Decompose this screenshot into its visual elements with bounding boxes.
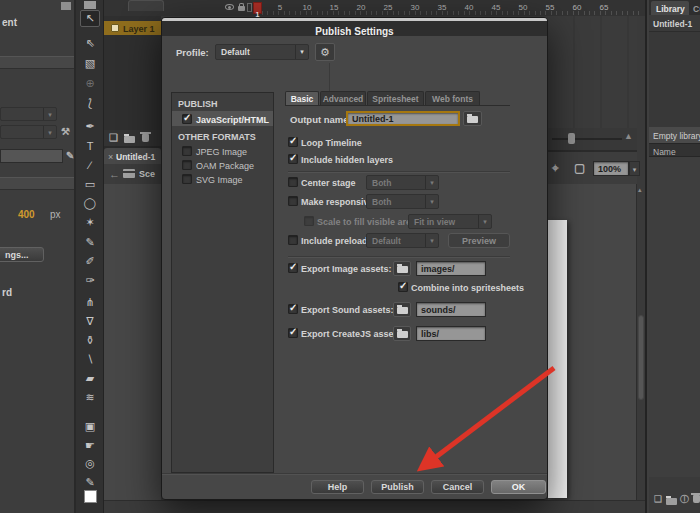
frame-view-icon[interactable]: ▲ <box>624 132 633 141</box>
make-responsive-dropdown[interactable]: Both▾ <box>366 194 439 209</box>
cancel-button[interactable]: Cancel <box>431 480 484 494</box>
wrench-icon[interactable]: ⚒ <box>61 127 70 137</box>
settings-button-partial[interactable]: ngs... <box>0 247 44 262</box>
item-properties-icon[interactable]: ⓘ <box>680 495 689 504</box>
delete-item-icon[interactable] <box>693 495 700 503</box>
publish-button[interactable]: Publish <box>371 480 424 494</box>
back-arrow-icon[interactable]: ← <box>109 169 120 180</box>
bone-tool[interactable]: ⋔ <box>76 297 104 308</box>
library-name-header[interactable]: Name <box>649 143 700 157</box>
image-assets-folder-button[interactable] <box>393 261 411 276</box>
output-folder-button[interactable] <box>463 111 482 126</box>
toolbar-collapse-button[interactable] <box>84 1 96 9</box>
export-sound-assets-checkbox[interactable]: ✓ <box>288 304 298 314</box>
pen-tool[interactable]: ✒ <box>76 121 104 132</box>
new-layer-icon[interactable]: ❏ <box>109 133 118 143</box>
createjs-assets-folder-button[interactable] <box>393 326 411 341</box>
javascript-html-checkbox[interactable]: ✓ <box>182 114 192 124</box>
help-button[interactable]: Help <box>311 480 364 494</box>
sound-assets-path-field[interactable]: sounds/ <box>416 302 486 317</box>
stage-size-value[interactable]: 400 <box>18 210 35 220</box>
center-stage-checkbox[interactable] <box>288 177 298 187</box>
close-tab-icon[interactable]: × <box>108 153 113 162</box>
tab-spritesheet[interactable]: Spritesheet <box>367 91 424 105</box>
eraser-tool[interactable]: ▰ <box>76 373 104 384</box>
scale-to-fill-dropdown[interactable]: Fit in view▾ <box>408 214 492 229</box>
preloader-dropdown[interactable]: Default▾ <box>366 233 439 248</box>
playhead-frame-indicator[interactable]: 1 <box>253 2 262 14</box>
center-stage-label[interactable]: Center stage <box>301 179 356 188</box>
properties-dropdown[interactable]: ▾ <box>0 107 57 121</box>
oam-package-label[interactable]: OAM Package <box>196 162 254 171</box>
image-assets-path-field[interactable]: images/ <box>416 261 486 276</box>
line-tool[interactable]: ∕ <box>76 160 104 171</box>
jpeg-image-checkbox[interactable] <box>182 146 192 156</box>
edit-symbol-icon[interactable]: ▢ <box>574 162 585 174</box>
make-responsive-label[interactable]: Make responsive <box>301 198 374 207</box>
paint-bucket-tool[interactable]: ∇ <box>76 316 104 327</box>
createjs-assets-path-field[interactable]: libs/ <box>416 326 486 341</box>
include-hidden-layers-label[interactable]: Include hidden layers <box>301 156 393 165</box>
svg-image-label[interactable]: SVG Image <box>196 176 243 185</box>
combine-spritesheets-checkbox[interactable]: ✓ <box>398 282 408 292</box>
profile-dropdown[interactable]: Default▾ <box>215 44 309 60</box>
export-sound-assets-label[interactable]: Export Sound assets: <box>301 306 394 315</box>
text-tool[interactable]: T <box>76 141 104 152</box>
stage-zoom-dropdown-arrow[interactable]: ▾ <box>629 161 640 176</box>
pencil-tool[interactable]: ✎ <box>76 237 104 248</box>
sound-assets-folder-button[interactable] <box>393 302 411 317</box>
loop-timeline-label[interactable]: Loop Timeline <box>301 139 362 148</box>
new-folder-icon[interactable] <box>124 136 135 143</box>
make-responsive-checkbox[interactable] <box>288 196 298 206</box>
tab-cc-libraries-partial[interactable]: CC <box>693 5 700 14</box>
horizontal-scrollbar[interactable] <box>104 500 645 513</box>
polystar-tool[interactable]: ✶ <box>76 217 104 228</box>
new-symbol-icon[interactable]: ❏ <box>654 495 662 504</box>
preview-button[interactable]: Preview <box>448 233 510 248</box>
tab-web-fonts[interactable]: Web fonts <box>425 91 480 105</box>
export-image-assets-checkbox[interactable]: ✓ <box>288 263 298 273</box>
tab-advanced[interactable]: Advanced <box>320 91 366 105</box>
include-hidden-layers-checkbox[interactable]: ✓ <box>288 154 298 164</box>
dialog-title-bar[interactable]: Publish Settings <box>162 21 547 36</box>
tab-library[interactable]: Library <box>651 1 689 15</box>
scale-to-fill-checkbox[interactable] <box>304 216 314 226</box>
center-stage-dropdown[interactable]: Both▾ <box>366 175 439 190</box>
timeline-panel-tab[interactable] <box>128 0 164 11</box>
rectangle-tool[interactable]: ▭ <box>76 179 104 190</box>
export-image-assets-label[interactable]: Export Image assets: <box>301 265 392 274</box>
free-transform-tool[interactable]: ▧ <box>76 58 104 69</box>
selection-tool[interactable]: ↖ <box>76 13 104 24</box>
new-library-folder-icon[interactable] <box>666 498 677 505</box>
outline-column-icon[interactable] <box>247 3 252 12</box>
combine-spritesheets-label[interactable]: Combine into spritesheets <box>411 284 524 293</box>
panel-collapse-button[interactable] <box>61 2 71 10</box>
jpeg-image-label[interactable]: JPEG Image <box>196 148 247 157</box>
profile-options-button[interactable]: ⚙ <box>315 43 335 61</box>
loop-timeline-checkbox[interactable]: ✓ <box>288 137 298 147</box>
vertical-scrollbar[interactable]: ▴ <box>636 184 645 500</box>
properties-dropdown-2[interactable]: ▾ <box>0 125 57 139</box>
zoom-tool[interactable]: ◎ <box>76 458 104 469</box>
export-createjs-assets-label[interactable]: Export CreateJS assets: <box>301 330 405 339</box>
include-preloader-label[interactable]: Include preloader <box>301 237 376 246</box>
stroke-color-tool[interactable]: ✎ <box>76 477 104 488</box>
paint-brush-tool[interactable]: ✑ <box>76 275 104 286</box>
javascript-html-label[interactable]: JavaScript/HTML <box>196 116 269 125</box>
output-name-field[interactable]: Untitled-1 <box>346 111 460 126</box>
scene-name-partial[interactable]: Sce <box>139 170 155 179</box>
eyedropper-tool[interactable]: ∖ <box>76 354 104 365</box>
scroll-up-arrow-icon[interactable]: ▴ <box>638 186 642 193</box>
oam-package-checkbox[interactable] <box>182 160 192 170</box>
stage-zoom-value[interactable]: 100% <box>593 161 629 176</box>
export-createjs-assets-checkbox[interactable]: ✓ <box>288 328 298 338</box>
edit-pencil-icon[interactable]: ✎ <box>66 151 74 161</box>
include-preloader-checkbox[interactable] <box>288 235 298 245</box>
frame-view-slider-handle[interactable] <box>568 133 575 144</box>
document-tab[interactable]: × Untitled-1 <box>104 148 161 164</box>
show-hide-layers-icon[interactable] <box>225 4 234 10</box>
3d-rotation-tool[interactable]: ⊕ <box>76 78 104 89</box>
ink-bottle-tool[interactable]: ⚱ <box>76 335 104 346</box>
properties-text-field[interactable] <box>0 149 63 163</box>
library-item-list[interactable] <box>649 157 700 477</box>
